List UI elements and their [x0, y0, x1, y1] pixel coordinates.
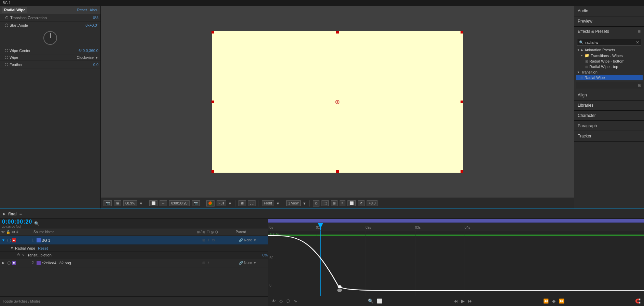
handle-br[interactable]: [461, 170, 463, 173]
about-link[interactable]: Abou: [90, 8, 98, 12]
start-angle-value[interactable]: 0x+0.0°: [85, 23, 98, 27]
play-icon[interactable]: ▶: [461, 298, 465, 304]
grid-view-icon[interactable]: ⊞: [638, 83, 641, 88]
layer-2-parent-arrow[interactable]: ▼: [253, 261, 257, 265]
layer-1-color[interactable]: ■: [12, 238, 16, 242]
handle-bl[interactable]: [211, 170, 214, 173]
wipe-center-value[interactable]: 640.0,360.0: [79, 49, 98, 53]
composition-name: final: [8, 212, 17, 216]
transitions-wipes-folder[interactable]: ▼ 📁 Transitions - Wipes: [576, 53, 643, 58]
transition-completion-value[interactable]: 0%: [93, 16, 98, 20]
handle-mr[interactable]: [461, 101, 463, 103]
prev-frame-icon[interactable]: ⏮: [453, 298, 458, 304]
snapping-icon[interactable]: 🧲: [635, 298, 641, 304]
channels-btn[interactable]: ≡: [340, 200, 346, 206]
animation-presets-root[interactable]: ▼ ▶ Animation Presets: [576, 47, 643, 53]
sw1-3[interactable]: fx: [211, 238, 216, 242]
fit-btn[interactable]: ↔: [160, 200, 167, 206]
link-icon-1: 🔗: [239, 238, 243, 242]
audio-label[interactable]: Audio: [574, 6, 644, 16]
diamond-icon[interactable]: ◆: [552, 298, 556, 304]
angle-dial[interactable]: [43, 31, 57, 45]
curve-icon-footer[interactable]: ∿: [293, 298, 297, 304]
layer-row-2[interactable]: ▶ ◯ ■ 2 e2e0ed4...82.png ⊞ / 🔗 None ▼: [0, 258, 268, 267]
toggle-switches-label[interactable]: Toggle Switches / Modes: [3, 300, 41, 303]
align-label[interactable]: Align: [574, 90, 644, 100]
reset-view-btn[interactable]: ↺: [358, 200, 365, 206]
graph-icon[interactable]: ∿: [22, 253, 25, 257]
monitor-btn[interactable]: 🖥: [114, 200, 121, 206]
layer-1-parent-arrow[interactable]: ▼: [253, 238, 257, 242]
layer-2-color[interactable]: ■: [12, 261, 16, 265]
effects-menu-icon[interactable]: ≡: [638, 29, 641, 34]
handle-mb[interactable]: [336, 170, 339, 173]
sw2-1[interactable]: ⊞: [201, 261, 206, 265]
layer-1-expand[interactable]: ▼: [1, 238, 6, 243]
camera-btn[interactable]: 📷: [192, 200, 200, 206]
sw-icon-5: ◎: [211, 230, 214, 234]
layer-2-solo[interactable]: ◯: [6, 261, 11, 265]
sw1-1[interactable]: ⊞: [201, 238, 206, 242]
layer-1-solo[interactable]: ◯: [6, 238, 11, 243]
fullscreen-btn[interactable]: ⛶: [248, 200, 256, 206]
view-count-arrow[interactable]: ▼: [303, 201, 306, 205]
timeline-menu-icon[interactable]: ≡: [19, 211, 22, 216]
timeline-search-icon[interactable]: 🔍: [34, 221, 39, 226]
preview-label[interactable]: Preview: [574, 16, 644, 26]
effect-property-value[interactable]: 0%: [262, 253, 268, 257]
keyframe-icon[interactable]: ⏱: [17, 253, 20, 257]
color-btn[interactable]: [206, 200, 215, 207]
effects-search-input[interactable]: [585, 40, 636, 44]
zoom-range-icon[interactable]: ⬜: [377, 298, 382, 304]
timecode-display[interactable]: 0:00:00:20: [169, 200, 189, 206]
zoom-arrow[interactable]: ▼: [139, 201, 143, 205]
next-frame-icon[interactable]: ⏭: [468, 298, 472, 304]
zoom-selector[interactable]: 68.9%: [123, 200, 137, 206]
monitor2-btn[interactable]: 🖥: [238, 200, 246, 206]
search-clear-btn[interactable]: ✕: [636, 40, 639, 45]
effect-reset-btn[interactable]: Reset: [38, 246, 48, 250]
character-label[interactable]: Character: [574, 111, 644, 121]
tracker-label[interactable]: Tracker: [574, 131, 644, 141]
effect-expand-icon[interactable]: ▼: [10, 246, 14, 250]
radial-wipe-bottom-item[interactable]: ⊞ Radial Wipe - bottom: [576, 58, 643, 64]
3d-btn[interactable]: ⬜: [347, 200, 356, 206]
layer-2-expand[interactable]: ▶: [1, 261, 6, 265]
handle-mt[interactable]: [336, 31, 339, 34]
time-display[interactable]: 0:00:00:20: [2, 219, 32, 225]
transition-root[interactable]: ▼ Transition: [576, 69, 643, 75]
zoom-in-icon[interactable]: 🔍: [368, 298, 373, 304]
prev-kf-icon[interactable]: ⏪: [543, 298, 549, 304]
view-arrow[interactable]: ▼: [276, 201, 280, 205]
resize-btn[interactable]: ⬜: [149, 200, 157, 206]
handle-ml[interactable]: [211, 101, 214, 103]
quality-arrow[interactable]: ▼: [228, 201, 232, 205]
view-count-selector[interactable]: 1 View: [286, 200, 301, 206]
overlay-btn[interactable]: ⧉: [313, 200, 319, 207]
quality-selector[interactable]: Full: [217, 200, 226, 206]
radial-wipe-top-item[interactable]: ⊞ Radial Wipe - top: [576, 64, 643, 69]
offset-display[interactable]: +0.0: [367, 200, 378, 206]
sw2-2[interactable]: /: [206, 261, 211, 265]
feather-value[interactable]: 0.0: [93, 63, 98, 67]
mask-btn[interactable]: ⬚: [321, 200, 329, 206]
layer-1-parent-value[interactable]: None: [244, 238, 252, 242]
snapshot-btn[interactable]: 📷: [104, 200, 112, 206]
handle-tr[interactable]: [461, 31, 463, 34]
grid-btn[interactable]: ⊞: [331, 200, 338, 206]
eye-icon-footer[interactable]: 👁: [272, 298, 276, 304]
libraries-label[interactable]: Libraries: [574, 101, 644, 110]
reset-link[interactable]: Reset: [77, 8, 87, 12]
handle-tl[interactable]: [211, 31, 214, 34]
sw1-2[interactable]: /: [206, 238, 211, 242]
paragraph-label[interactable]: Paragraph: [574, 121, 644, 131]
next-kf-icon[interactable]: ⏩: [559, 298, 564, 304]
layer-row-1[interactable]: ▼ ◯ ■ 1 BG 1 ⊞ / fx 🔗 None ▼: [0, 236, 268, 245]
graph-icon-footer[interactable]: ⬡: [286, 298, 290, 304]
view-selector[interactable]: Front: [262, 200, 274, 206]
keyframe-icon-footer[interactable]: ◇: [279, 298, 283, 304]
radial-wipe-item[interactable]: ⊞ Radial Wipe: [576, 75, 643, 80]
layer-2-parent-value[interactable]: None: [244, 261, 252, 265]
effects-presets-header[interactable]: Effects & Presets ≡: [574, 27, 644, 36]
wipe-dropdown-arrow[interactable]: ▼: [95, 56, 98, 59]
